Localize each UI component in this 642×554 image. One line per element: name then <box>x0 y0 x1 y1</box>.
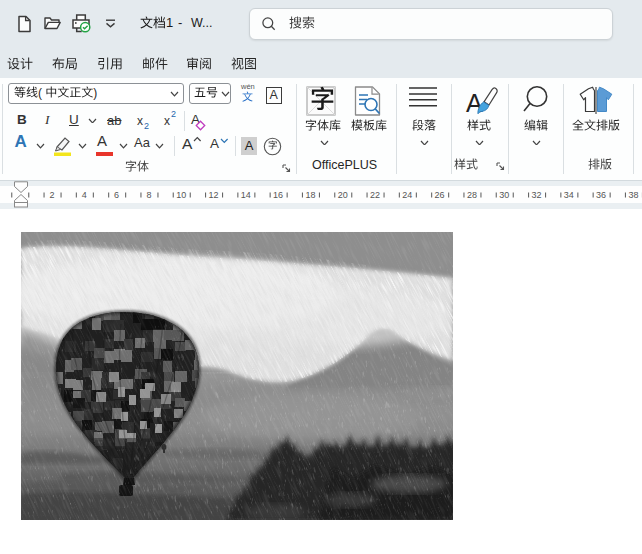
svg-text:26: 26 <box>435 190 445 200</box>
svg-text:6: 6 <box>114 190 119 200</box>
svg-text:(: ( <box>38 85 42 99</box>
svg-text:OfficePLUS: OfficePLUS <box>312 158 377 172</box>
svg-text:16: 16 <box>273 190 283 200</box>
svg-text:30: 30 <box>499 190 509 200</box>
svg-text:4: 4 <box>82 190 87 200</box>
svg-text:22: 22 <box>370 190 380 200</box>
svg-text:20: 20 <box>338 190 348 200</box>
svg-text:36: 36 <box>596 190 606 200</box>
svg-text:1: 1 <box>166 15 173 30</box>
svg-text:38: 38 <box>628 190 638 200</box>
svg-text:32: 32 <box>531 190 541 200</box>
svg-text:8: 8 <box>146 190 151 200</box>
svg-text:wén: wén <box>240 82 255 91</box>
svg-text:2: 2 <box>49 190 54 200</box>
svg-text:W...: W... <box>191 16 213 30</box>
svg-text:14: 14 <box>241 190 251 200</box>
svg-text:28: 28 <box>467 190 477 200</box>
svg-text:18: 18 <box>305 190 315 200</box>
svg-text:10: 10 <box>176 190 186 200</box>
svg-text:12: 12 <box>208 190 218 200</box>
svg-text:34: 34 <box>564 190 574 200</box>
svg-text:-: - <box>178 15 182 30</box>
svg-text:): ) <box>93 85 97 99</box>
svg-text:24: 24 <box>402 190 412 200</box>
